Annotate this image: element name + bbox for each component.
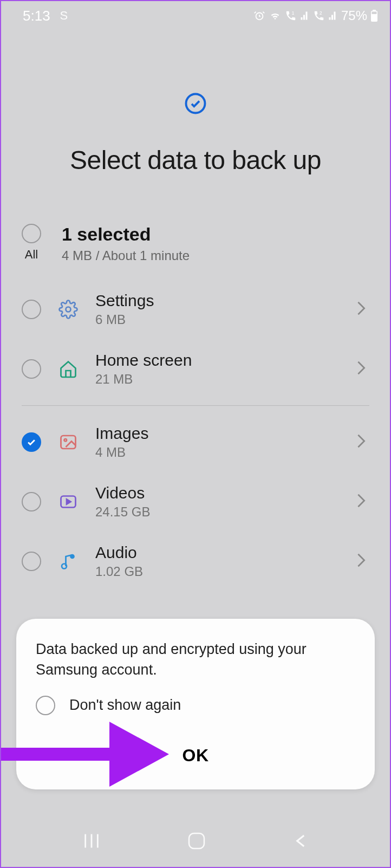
svg-text:2: 2: [320, 11, 322, 16]
svg-rect-5: [372, 12, 377, 15]
select-all-checkbox[interactable]: [22, 224, 41, 243]
svg-point-11: [62, 564, 67, 569]
backup-item-videos[interactable]: Videos 24.15 GB: [1, 472, 390, 532]
image-icon: [56, 432, 80, 452]
selection-summary: All 1 selected 4 MB / About 1 minute: [1, 197, 390, 280]
item-size: 4 MB: [95, 445, 341, 460]
header: Select data to back up: [1, 27, 390, 197]
svg-rect-13: [189, 833, 204, 848]
backup-item-audio[interactable]: Audio 1.02 GB: [1, 532, 390, 591]
signal2-icon: [328, 11, 338, 21]
battery-icon: [370, 10, 378, 22]
chevron-right-icon: [356, 301, 369, 318]
dont-show-again-checkbox[interactable]: [36, 696, 55, 715]
dont-show-again-label: Don't show again: [69, 697, 181, 714]
page-title: Select data to back up: [17, 145, 374, 175]
settings-icon: [56, 300, 80, 319]
item-size: 21 MB: [95, 372, 341, 387]
item-name: Audio: [95, 543, 341, 562]
alarm-icon: [253, 10, 265, 22]
toast-message: Data backed up and encrypted using your …: [36, 639, 355, 681]
item-size: 24.15 GB: [95, 504, 341, 520]
video-icon: [56, 492, 80, 511]
status-time: 5:13: [23, 8, 50, 24]
svg-text:1: 1: [292, 11, 295, 16]
checkbox-settings[interactable]: [22, 300, 41, 319]
sim2-call-icon: 2: [313, 10, 325, 22]
status-bar: 5:13 S 1 2 75%: [1, 1, 390, 27]
svg-point-9: [64, 439, 67, 442]
wifi-icon: [269, 10, 282, 22]
checkbox-audio[interactable]: [22, 552, 41, 571]
chevron-right-icon: [356, 553, 369, 570]
battery-percentage: 75%: [341, 8, 367, 23]
svg-point-7: [66, 307, 71, 312]
ok-button[interactable]: OK: [36, 746, 355, 766]
select-all-label: All: [25, 248, 38, 262]
divider: [22, 405, 369, 406]
item-size: 6 MB: [95, 312, 341, 327]
item-name: Home screen: [95, 351, 341, 370]
backup-item-settings[interactable]: Settings 6 MB: [1, 280, 390, 339]
home-icon: [56, 359, 80, 379]
svg-rect-8: [61, 436, 76, 449]
item-name: Videos: [95, 484, 341, 502]
nav-home-button[interactable]: [187, 831, 206, 853]
chevron-right-icon: [356, 493, 369, 510]
audio-icon: [56, 552, 80, 571]
backup-item-home-screen[interactable]: Home screen 21 MB: [1, 339, 390, 399]
item-size: 1.02 GB: [95, 564, 341, 579]
selected-detail: 4 MB / About 1 minute: [62, 248, 190, 263]
checkbox-images[interactable]: [22, 432, 41, 452]
chevron-right-icon: [356, 433, 369, 451]
item-name: Settings: [95, 292, 341, 310]
backup-item-images[interactable]: Images 4 MB: [1, 412, 390, 472]
navigation-bar: [1, 826, 390, 858]
sim1-call-icon: 1: [285, 10, 297, 22]
item-name: Images: [95, 424, 341, 443]
selected-count: 1 selected: [62, 224, 190, 245]
checkbox-videos[interactable]: [22, 492, 41, 511]
svg-rect-4: [373, 10, 376, 11]
nav-recents-button[interactable]: [82, 833, 101, 851]
checkbox-home-screen[interactable]: [22, 359, 41, 379]
signal1-icon: [300, 11, 310, 21]
svg-point-12: [71, 555, 74, 558]
nav-back-button[interactable]: [292, 833, 309, 851]
encryption-toast: Data backed up and encrypted using your …: [16, 619, 375, 789]
status-carrier-indicator-icon: S: [60, 9, 68, 23]
status-icons: 1 2 75%: [253, 8, 378, 23]
header-check-icon: [184, 92, 207, 115]
chevron-right-icon: [356, 360, 369, 378]
